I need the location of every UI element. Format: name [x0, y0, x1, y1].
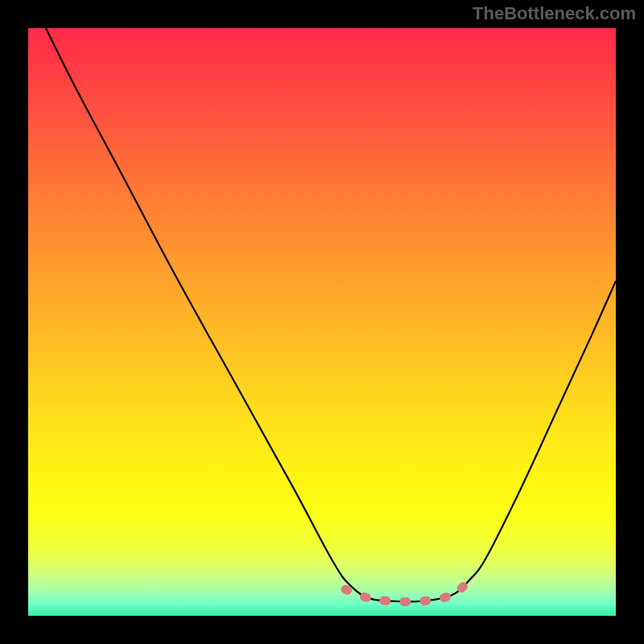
flat-highlight [345, 580, 469, 601]
chart-plot-area [28, 28, 616, 616]
watermark-text: TheBottleneck.com [473, 3, 636, 24]
chart-svg [28, 28, 616, 616]
bottleneck-curve [46, 28, 616, 602]
